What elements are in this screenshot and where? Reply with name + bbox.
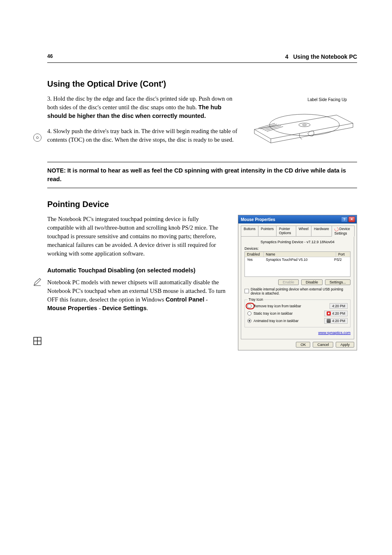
mouse-properties-dialog: Mouse Properties ? × Buttons Pointers Po… bbox=[238, 215, 357, 350]
tab-pointers[interactable]: Pointers bbox=[258, 226, 277, 237]
note-label: NOTE: bbox=[47, 167, 66, 174]
disable-internal-checkbox[interactable] bbox=[244, 289, 249, 293]
time-pill-3: 4:20 PM bbox=[324, 318, 348, 324]
svg-line-3 bbox=[258, 123, 275, 128]
col-port[interactable]: Port bbox=[336, 252, 350, 257]
apply-button[interactable]: Apply bbox=[336, 342, 354, 348]
touchpad-windows-icon bbox=[33, 337, 42, 345]
radio-animated-tray[interactable] bbox=[247, 319, 251, 323]
settings-button[interactable]: Settings... bbox=[325, 279, 350, 285]
cell-name: Synaptics TouchPad V5.10 bbox=[266, 258, 334, 262]
dialog-titlebar[interactable]: Mouse Properties ? × bbox=[238, 215, 357, 223]
header-page-number: 46 bbox=[47, 53, 53, 60]
disc-label-caption: Label Side Facing Up bbox=[307, 97, 347, 103]
cell-enabled: Yes bbox=[247, 258, 266, 262]
close-button[interactable]: × bbox=[348, 216, 355, 222]
driver-version-line: Synaptics Pointing Device - v7.12.9 18No… bbox=[244, 240, 350, 244]
section1-step3: 3. Hold the disc by the edge and face th… bbox=[47, 94, 239, 120]
disable-internal-label: Disable internal pointing device when ex… bbox=[251, 287, 350, 295]
svg-line-4 bbox=[261, 124, 277, 129]
radio-animated-label: Animated tray icon in taskbar bbox=[254, 319, 299, 323]
header-chapter: 4 Using the Notebook PC bbox=[285, 53, 357, 60]
optical-drive-icon bbox=[33, 134, 42, 142]
animated-tray-icon bbox=[327, 319, 331, 323]
page-header: 46 4 Using the Notebook PC bbox=[47, 53, 357, 60]
radio-static-label: Static tray icon in taskbar bbox=[254, 311, 293, 315]
static-tray-icon bbox=[327, 311, 331, 315]
tab-pointer-options[interactable]: Pointer Options bbox=[276, 226, 296, 237]
tab-hardware[interactable]: Hardware bbox=[311, 226, 332, 237]
tab-buttons[interactable]: Buttons bbox=[241, 226, 258, 237]
disc-illustration: Label Side Facing Up bbox=[246, 94, 357, 152]
enable-button[interactable]: Enable bbox=[278, 279, 299, 285]
svg-point-2 bbox=[302, 124, 307, 126]
cancel-button[interactable]: Cancel bbox=[313, 342, 333, 348]
disable-button[interactable]: Disable bbox=[301, 279, 323, 285]
section2-title: Pointing Device bbox=[47, 200, 357, 209]
section1-step4: 4. Slowly push the drive's tray back in.… bbox=[47, 127, 239, 144]
devices-table[interactable]: Enabled Name Port Yes Synaptics TouchPad… bbox=[244, 251, 350, 277]
tab-wheel[interactable]: Wheel bbox=[296, 226, 311, 237]
radio-static-tray[interactable] bbox=[247, 311, 251, 315]
radio-remove-label: Remove tray icon from taskbar bbox=[254, 304, 301, 308]
dialog-title: Mouse Properties bbox=[241, 217, 275, 222]
svg-line-5 bbox=[263, 125, 279, 130]
auto-disable-paragraph: Notebook PC models with newer chipsets w… bbox=[47, 278, 226, 313]
help-button[interactable]: ? bbox=[341, 216, 348, 222]
synaptics-link[interactable]: www.synaptics.com bbox=[318, 331, 350, 335]
ok-button[interactable]: OK bbox=[296, 342, 310, 348]
tab-device-settings[interactable]: Device Settings bbox=[332, 226, 355, 237]
auto-disable-heading: Automatic Touchpad Disabling (on selecte… bbox=[47, 266, 226, 275]
tray-icon-legend: Tray Icon bbox=[247, 297, 264, 302]
pencil-icon bbox=[33, 278, 42, 287]
time-pill-2: 4:20 PM bbox=[324, 311, 348, 316]
table-row[interactable]: Yes Synaptics TouchPad V5.10 PS/2 bbox=[245, 257, 350, 262]
section2-body: The Notebook PC's integrated touchpad po… bbox=[47, 215, 226, 258]
devices-label: Devices: bbox=[244, 246, 350, 251]
svg-line-6 bbox=[265, 126, 281, 131]
header-rule bbox=[47, 62, 357, 63]
svg-point-1 bbox=[299, 123, 310, 127]
dialog-tabs: Buttons Pointers Pointer Options Wheel H… bbox=[241, 225, 354, 236]
section1-title: Using the Optical Drive (Cont') bbox=[47, 79, 357, 89]
note-text: It is normal to hear as well as feel the… bbox=[47, 167, 346, 182]
radio-remove-tray[interactable] bbox=[247, 304, 251, 308]
cell-port: PS/2 bbox=[334, 258, 348, 262]
col-enabled[interactable]: Enabled bbox=[245, 252, 264, 257]
col-name[interactable]: Name bbox=[264, 252, 336, 257]
time-pill-1: 4:20 PM bbox=[330, 303, 348, 309]
